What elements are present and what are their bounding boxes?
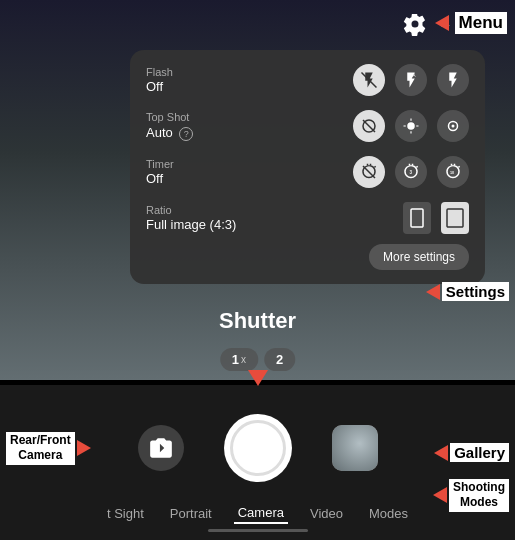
home-indicator xyxy=(208,529,308,532)
rear-front-label: Rear/FrontCamera xyxy=(6,432,75,465)
zoom-2x-button[interactable]: 2 xyxy=(264,348,295,371)
rear-front-arrow-icon xyxy=(77,440,91,456)
tab-sight[interactable]: t Sight xyxy=(103,504,148,523)
shooting-modes-label: ShootingModes xyxy=(449,479,509,512)
ratio-large-icon[interactable] xyxy=(441,202,469,234)
flash-setting-left: Flash Off xyxy=(146,66,353,94)
timer-3-icon[interactable]: 3 xyxy=(395,156,427,188)
shutter-arrow-annotation xyxy=(248,368,268,386)
svg-point-4 xyxy=(407,122,415,130)
flash-value: Off xyxy=(146,79,353,94)
top-shot-setting-row: Top Shot Auto ? xyxy=(146,110,469,142)
rear-front-annotation: Rear/FrontCamera xyxy=(6,432,91,465)
flash-on-icon[interactable] xyxy=(437,64,469,96)
top-shot-off-icon[interactable] xyxy=(353,110,385,142)
menu-label: Menu xyxy=(455,12,507,34)
timer-icons: 3 10 xyxy=(353,156,469,188)
svg-rect-11 xyxy=(447,209,463,227)
ratio-label: Ratio xyxy=(146,204,403,217)
svg-text:3: 3 xyxy=(410,170,413,175)
timer-label: Timer xyxy=(146,158,353,171)
svg-rect-10 xyxy=(411,209,423,227)
settings-label: Settings xyxy=(442,282,509,301)
settings-arrow-icon xyxy=(426,284,440,300)
ratio-icons xyxy=(403,202,469,234)
settings-annotation: Settings xyxy=(426,282,509,301)
ratio-small-icon[interactable] xyxy=(403,202,431,234)
timer-value: Off xyxy=(146,171,353,186)
flash-auto-icon[interactable]: A xyxy=(395,64,427,96)
menu-arrow-icon xyxy=(435,15,449,31)
ratio-setting-row: Ratio Full image (4:3) xyxy=(146,202,469,234)
shooting-modes-arrow-icon xyxy=(433,487,447,503)
top-shot-on-icon[interactable] xyxy=(437,110,469,142)
gear-icon[interactable] xyxy=(401,10,429,38)
tab-portrait[interactable]: Portrait xyxy=(166,504,216,523)
flash-setting-row: Flash Off A xyxy=(146,64,469,96)
shutter-label: Shutter xyxy=(219,308,296,333)
tab-video[interactable]: Video xyxy=(306,504,347,523)
svg-point-6 xyxy=(452,125,455,128)
timer-setting-left: Timer Off xyxy=(146,158,353,186)
timer-10-icon[interactable]: 10 xyxy=(437,156,469,188)
gallery-label: Gallery xyxy=(450,443,509,462)
flash-off-icon[interactable] xyxy=(353,64,385,96)
more-settings-button[interactable]: More settings xyxy=(369,244,469,270)
top-shot-auto-icon[interactable] xyxy=(395,110,427,142)
settings-panel: Flash Off A xyxy=(130,50,485,284)
top-shot-value: Auto ? xyxy=(146,125,353,141)
top-shot-label: Top Shot xyxy=(146,111,353,124)
shutter-arrow-icon xyxy=(248,370,268,386)
gallery-arrow-icon xyxy=(434,445,448,461)
gallery-thumbnail-button[interactable] xyxy=(332,425,378,471)
menu-label-annotation: Menu xyxy=(435,12,507,34)
timer-off-icon[interactable] xyxy=(353,156,385,188)
shooting-modes-annotation: ShootingModes xyxy=(433,479,509,512)
top-shot-icons xyxy=(353,110,469,142)
tab-camera[interactable]: Camera xyxy=(234,503,288,524)
shutter-button[interactable] xyxy=(224,414,292,482)
svg-text:A: A xyxy=(413,73,416,78)
svg-text:10: 10 xyxy=(450,171,454,175)
tab-modes[interactable]: Modes xyxy=(365,504,412,523)
gallery-thumb xyxy=(332,425,378,471)
shutter-annotation: Shutter xyxy=(219,308,296,334)
flip-camera-button[interactable] xyxy=(138,425,184,471)
flash-icons: A xyxy=(353,64,469,96)
info-icon: ? xyxy=(179,127,193,141)
ratio-setting-left: Ratio Full image (4:3) xyxy=(146,204,403,232)
gallery-annotation: Gallery xyxy=(434,443,509,462)
flash-label: Flash xyxy=(146,66,353,79)
shutter-button-inner xyxy=(230,420,286,476)
ratio-value: Full image (4:3) xyxy=(146,217,403,232)
timer-setting-row: Timer Off 3 10 xyxy=(146,156,469,188)
top-shot-setting-left: Top Shot Auto ? xyxy=(146,111,353,140)
